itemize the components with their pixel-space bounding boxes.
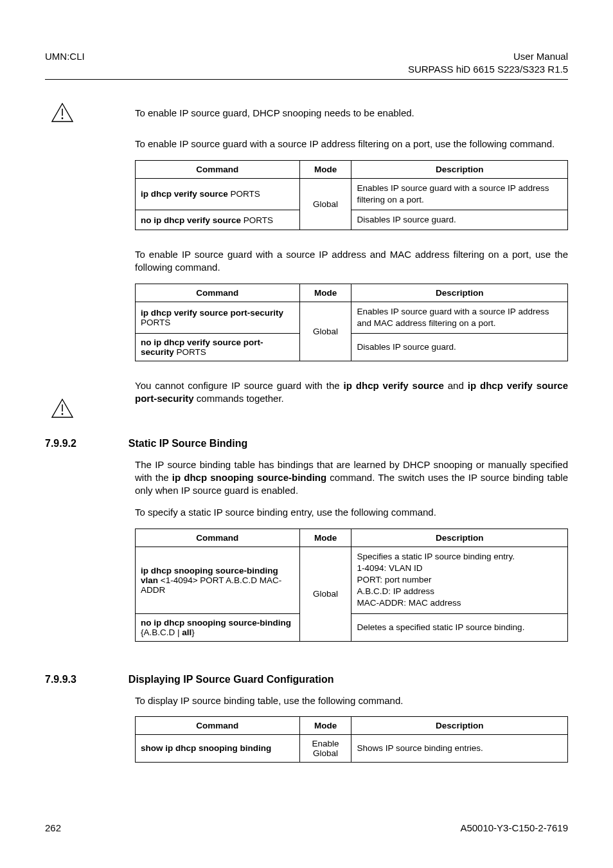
table-row: ip dhcp verify source PORTS Global Enabl…: [136, 178, 568, 210]
header-right-2: SURPASS hiD 6615 S223/S323 R1.5: [408, 63, 568, 76]
mode-cell: Enable Global: [299, 734, 351, 762]
mode-cell: Global: [299, 547, 351, 641]
th-command: Command: [136, 529, 300, 547]
footer-right: A50010-Y3-C150-2-7619: [460, 822, 568, 833]
th-mode: Mode: [299, 284, 351, 302]
header-right-1: User Manual: [408, 50, 568, 63]
th-description: Description: [351, 284, 568, 302]
th-description: Description: [351, 716, 568, 734]
cmd-arg: PORTS: [244, 215, 273, 225]
mode-line: Enable: [305, 739, 346, 748]
note-text: To enable IP source guard, DHCP snooping…: [135, 107, 568, 120]
desc-cell: Shows IP source binding entries.: [351, 734, 568, 762]
caution-icon: [51, 103, 73, 122]
note-part: commands together.: [194, 393, 284, 404]
cmd-cell: no ip dhcp verify source PORTS: [136, 210, 300, 230]
body-paragraph: To enable IP source guard with a source …: [135, 138, 568, 150]
section-number: 7.9.9.3: [45, 674, 76, 685]
note-part: and: [444, 380, 468, 391]
th-description: Description: [351, 160, 568, 178]
cmd-arg: <1-4094>: [158, 575, 200, 585]
desc-line: PORT: port number: [357, 574, 562, 586]
desc-cell: Specifies a static IP source binding ent…: [351, 547, 568, 613]
svg-marker-3: [52, 399, 73, 417]
desc-cell: Enables IP source guard with a source IP…: [351, 302, 568, 333]
mode-cell: Global: [299, 178, 351, 230]
cmd-cell: show ip dhcp snooping binding: [136, 734, 300, 762]
desc-line: MAC-ADDR: MAC address: [357, 597, 562, 609]
table-header-row: Command Mode Description: [136, 716, 568, 734]
cmd-part: }: [191, 628, 195, 637]
section-title: Static IP Source Binding: [129, 438, 248, 449]
cmd-text: ip dhcp verify source: [141, 189, 231, 199]
caution-icon: [51, 399, 73, 418]
cmd-text: no ip dhcp verify source: [141, 215, 244, 225]
header-left: UMN:CLI: [45, 50, 85, 75]
svg-point-5: [62, 413, 64, 415]
th-command: Command: [136, 284, 300, 302]
desc-cell: Deletes a specified static IP source bin…: [351, 613, 568, 641]
cmd-text: no ip dhcp snooping source-binding: [141, 618, 291, 628]
footer-left: 262: [45, 822, 61, 833]
table-row: no ip dhcp verify source port-security P…: [136, 334, 568, 361]
table-row: ip dhcp snooping source-binding vlan <1-…: [136, 547, 568, 613]
section-heading: 7.9.9.3 Displaying IP Source Guard Confi…: [45, 674, 568, 685]
cmd-cell: no ip dhcp snooping source-binding {A.B.…: [136, 613, 300, 641]
note-part: You cannot configure IP source guard wit…: [135, 380, 344, 391]
table-header-row: Command Mode Description: [136, 160, 568, 178]
cmd-cell: no ip dhcp verify source port-security P…: [136, 334, 300, 361]
section-title: Displaying IP Source Guard Configuration: [129, 674, 334, 685]
th-mode: Mode: [299, 529, 351, 547]
cmd-arg: A.B.C.D: [144, 628, 175, 637]
note-text: You cannot configure IP source guard wit…: [135, 379, 568, 406]
cmd-part: |: [175, 628, 182, 637]
cmd-arg: PORTS: [231, 189, 260, 199]
cmd-text: ip dhcp verify source port-security: [141, 308, 283, 318]
section-heading: 7.9.9.2 Static IP Source Binding: [45, 438, 568, 449]
mode-line: Global: [305, 748, 346, 758]
th-mode: Mode: [299, 716, 351, 734]
th-mode: Mode: [299, 160, 351, 178]
desc-cell: Enables IP source guard with a source IP…: [351, 178, 568, 210]
body-paragraph: To enable IP source guard with a source …: [135, 248, 568, 275]
body-paragraph: To specify a static IP source binding en…: [135, 506, 568, 519]
header-rule: [45, 79, 568, 80]
desc-line: 1-4094: VLAN ID: [357, 563, 562, 574]
command-table: Command Mode Description ip dhcp snoopin…: [135, 529, 568, 642]
th-command: Command: [136, 716, 300, 734]
svg-point-2: [62, 118, 64, 120]
note-cmd: ip dhcp verify source: [344, 380, 444, 391]
mode-cell: Global: [299, 302, 351, 361]
para-cmd: ip dhcp snooping source-binding: [172, 472, 326, 483]
body-paragraph: The IP source binding table has bindings…: [135, 458, 568, 498]
page-header: UMN:CLI User Manual SURPASS hiD 6615 S22…: [45, 50, 568, 75]
section-number: 7.9.9.2: [45, 438, 76, 449]
desc-line: A.B.C.D: IP address: [357, 586, 562, 597]
cmd-arg: PORTS: [177, 347, 206, 357]
desc-cell: Disables IP source guard.: [351, 210, 568, 230]
table-row: no ip dhcp snooping source-binding {A.B.…: [136, 613, 568, 641]
table-row: ip dhcp verify source port-security PORT…: [136, 302, 568, 333]
body-paragraph: To display IP source binding table, use …: [135, 694, 568, 707]
table-row: show ip dhcp snooping binding Enable Glo…: [136, 734, 568, 762]
th-description: Description: [351, 529, 568, 547]
desc-line: Specifies a static IP source binding ent…: [357, 551, 562, 563]
command-table: Command Mode Description ip dhcp verify …: [135, 160, 568, 231]
cmd-cell: ip dhcp verify source port-security PORT…: [136, 302, 300, 333]
page-footer: 262 A50010-Y3-C150-2-7619: [45, 822, 568, 833]
command-table: Command Mode Description ip dhcp verify …: [135, 284, 568, 361]
cmd-arg: PORTS: [141, 318, 170, 327]
svg-marker-0: [52, 104, 73, 122]
cmd-cell: ip dhcp snooping source-binding vlan <1-…: [136, 547, 300, 613]
command-table: Command Mode Description show ip dhcp sn…: [135, 716, 568, 763]
desc-cell: Disables IP source guard.: [351, 334, 568, 361]
cmd-text: all: [182, 628, 191, 637]
th-command: Command: [136, 160, 300, 178]
table-header-row: Command Mode Description: [136, 284, 568, 302]
table-row: no ip dhcp verify source PORTS Disables …: [136, 210, 568, 230]
table-header-row: Command Mode Description: [136, 529, 568, 547]
cmd-cell: ip dhcp verify source PORTS: [136, 178, 300, 210]
